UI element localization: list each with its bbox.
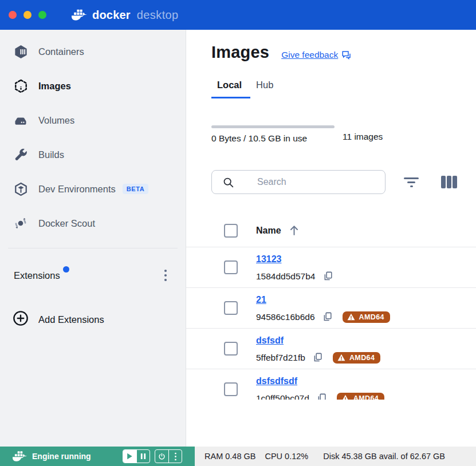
columns-button[interactable] <box>438 172 460 192</box>
notification-dot <box>63 266 69 273</box>
sidebar-extensions-row: Extensions <box>0 258 186 293</box>
resume-button[interactable] <box>123 450 136 463</box>
search-input[interactable] <box>257 177 372 187</box>
engine-status: Engine running <box>0 447 195 466</box>
sidebar-item-volumes[interactable]: Volumes <box>0 103 186 137</box>
play-icon <box>127 453 133 460</box>
image-name-link[interactable]: 13123 <box>256 254 282 264</box>
main-content: Images Give feedback Local Hub 0 Bytes /… <box>186 30 476 447</box>
containers-icon <box>13 44 29 60</box>
disk-usage-summary: 0 Bytes / 10.5 GB in use 11 images <box>211 125 476 144</box>
extensions-label[interactable]: Extensions <box>14 270 60 281</box>
warning-icon <box>347 313 355 321</box>
engine-start-stop-group <box>123 449 150 463</box>
minimize-window-button[interactable] <box>23 11 32 19</box>
sidebar-item-builds[interactable]: Builds <box>0 137 186 172</box>
image-hash: 1c0ff50bc07d <box>256 393 309 400</box>
tab-hub[interactable]: Hub <box>250 80 282 98</box>
sidebar: Containers Images Volumes Builds <box>0 30 186 447</box>
power-button[interactable] <box>155 450 168 463</box>
cpu-metric: CPU 0.12% <box>265 452 308 461</box>
view-tabs: Local Hub <box>211 80 476 98</box>
image-name-link[interactable]: dsfsdfsdf <box>256 376 297 386</box>
sidebar-item-docker-scout[interactable]: Docker Scout <box>0 206 186 240</box>
pause-icon <box>140 453 146 460</box>
filter-button[interactable] <box>402 172 421 192</box>
row-checkbox[interactable] <box>224 382 238 396</box>
row-checkbox[interactable] <box>224 342 238 356</box>
usage-progress-bar <box>211 125 335 128</box>
sidebar-item-label: Containers <box>38 46 84 57</box>
filter-icon <box>403 176 420 188</box>
sidebar-item-containers[interactable]: Containers <box>0 34 186 69</box>
search-box[interactable] <box>211 170 385 194</box>
zoom-window-button[interactable] <box>38 11 46 19</box>
sidebar-item-label: Dev Environments <box>38 184 116 195</box>
close-window-button[interactable] <box>9 11 17 19</box>
copy-hash-button[interactable] <box>322 271 333 282</box>
power-icon <box>158 453 166 460</box>
whale-icon <box>72 9 87 21</box>
table-row[interactable]: 13123 1584dd5d57b4 <box>186 247 476 288</box>
sidebar-item-images[interactable]: Images <box>0 69 186 103</box>
image-hash: 94586c16b6d6 <box>256 312 315 322</box>
platform-warning-badge: AMD64 <box>333 352 380 364</box>
row-checkbox[interactable] <box>224 260 238 274</box>
ram-metric: RAM 0.48 GB <box>204 452 255 461</box>
table-header-row: Name <box>186 214 476 247</box>
docker-scout-icon <box>13 215 29 231</box>
image-name-link[interactable]: 21 <box>256 295 266 305</box>
engine-status-label: Engine running <box>32 452 91 461</box>
dev-environments-icon <box>13 181 29 197</box>
copy-icon <box>316 393 327 400</box>
copy-hash-button[interactable] <box>322 311 333 323</box>
warning-icon <box>341 394 349 400</box>
pause-button[interactable] <box>136 450 150 463</box>
images-table: Name 13123 1584dd5d57b4 <box>186 214 476 400</box>
sidebar-item-label: Volumes <box>38 115 74 126</box>
table-row[interactable]: 21 94586c16b6d6 AMD64 <box>186 288 476 329</box>
sidebar-item-label: Docker Scout <box>38 218 95 229</box>
copy-icon <box>322 311 333 322</box>
sidebar-divider <box>8 248 178 248</box>
sidebar-item-add-extensions[interactable]: Add Extensions <box>0 302 186 337</box>
sidebar-item-label: Images <box>38 81 71 92</box>
copy-icon <box>312 352 323 363</box>
image-name-link[interactable]: dsfsdf <box>256 335 284 346</box>
app-logo: docker desktop <box>72 9 179 22</box>
beta-badge: BETA <box>123 184 149 194</box>
image-hash: 1584dd5d57b4 <box>256 271 315 282</box>
whale-icon <box>13 451 27 462</box>
row-checkbox[interactable] <box>224 301 238 315</box>
engine-menu-button[interactable] <box>168 450 182 463</box>
titlebar: docker desktop <box>0 0 476 30</box>
copy-hash-button[interactable] <box>316 393 328 400</box>
traffic-lights <box>9 11 46 19</box>
give-feedback-link[interactable]: Give feedback <box>281 50 352 60</box>
image-hash: 5ffebf7d21fb <box>256 353 305 363</box>
sidebar-item-dev-environments[interactable]: Dev Environments BETA <box>0 172 186 206</box>
column-header-name[interactable]: Name <box>256 225 299 236</box>
search-icon <box>222 176 234 188</box>
extensions-kebab-icon[interactable] <box>159 268 172 283</box>
kebab-icon <box>174 452 177 461</box>
table-rows: 13123 1584dd5d57b4 <box>186 247 476 400</box>
warning-icon <box>337 354 345 361</box>
resource-metrics: RAM 0.48 GB CPU 0.12% Disk 45.38 GB avai… <box>195 447 476 466</box>
engine-power-menu-group <box>155 449 182 463</box>
columns-icon <box>440 175 458 189</box>
docker-desktop-window: docker desktop Containers Images <box>0 0 476 466</box>
tab-local[interactable]: Local <box>211 80 250 98</box>
volumes-icon <box>13 112 29 128</box>
table-row[interactable]: dsfsdfsdf 1c0ff50bc07d AMD64 <box>186 369 476 400</box>
brand-desktop: desktop <box>137 9 179 22</box>
disk-metric: Disk 45.38 GB avail. of 62.67 GB <box>323 452 445 461</box>
table-row[interactable]: dsfsdf 5ffebf7d21fb AMD64 <box>186 329 476 369</box>
image-count: 11 images <box>343 132 383 142</box>
copy-hash-button[interactable] <box>312 352 324 364</box>
images-icon <box>13 78 29 94</box>
usage-text: 0 Bytes / 10.5 GB in use <box>211 133 335 144</box>
platform-warning-badge: AMD64 <box>343 311 390 323</box>
brand-docker: docker <box>92 9 131 22</box>
select-all-checkbox[interactable] <box>224 224 238 238</box>
